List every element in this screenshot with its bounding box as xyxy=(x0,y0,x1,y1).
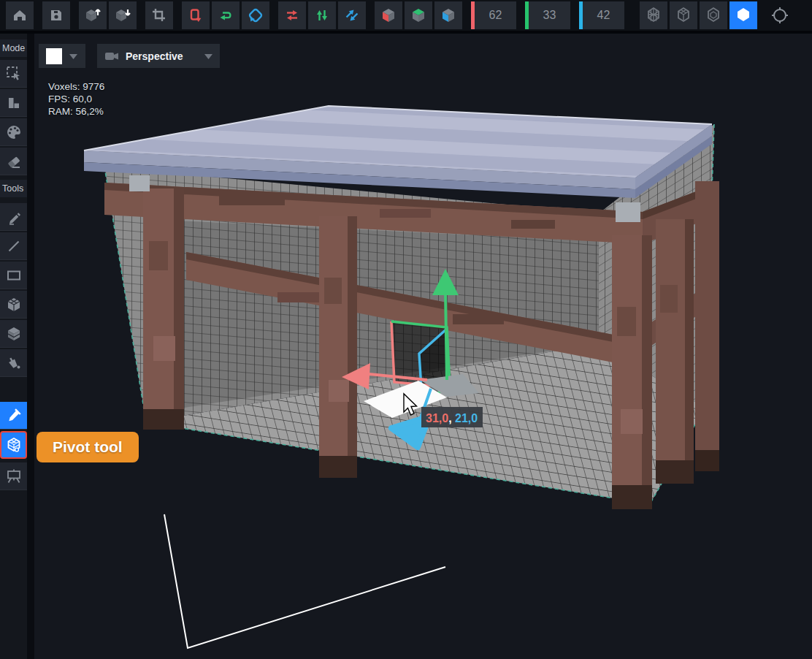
sidebar-item-eraser-mode[interactable] xyxy=(0,148,27,175)
mirror-z-button[interactable] xyxy=(434,1,462,29)
render-outline-button[interactable] xyxy=(700,1,727,29)
box-cube-icon xyxy=(5,296,23,313)
stat-voxels: Voxels: 9776 xyxy=(48,80,104,93)
sidebar-item-rectangle-tool[interactable] xyxy=(0,262,27,289)
save-button[interactable] xyxy=(42,1,70,29)
sidebar-item-pencil-tool[interactable] xyxy=(0,203,27,231)
rotate-z-button[interactable] xyxy=(242,1,269,29)
pivot-cube-icon xyxy=(5,436,23,454)
color-picker-icon xyxy=(6,408,22,424)
cube-up-icon xyxy=(84,7,102,24)
coord-x-value: 31,0 xyxy=(426,412,448,424)
cube-down-icon xyxy=(114,7,131,24)
sidebar-item-color-picker-tool[interactable] xyxy=(0,402,27,430)
flip-y-icon xyxy=(314,7,330,23)
crop-icon xyxy=(151,7,167,23)
rotate-z-icon xyxy=(248,7,264,23)
axis-guide-line xyxy=(164,514,445,648)
camera-icon xyxy=(104,50,119,62)
center-view-button[interactable] xyxy=(766,1,794,29)
mirror-y-button[interactable] xyxy=(405,1,432,29)
coord-separator: , xyxy=(448,412,455,424)
chevron-down-icon xyxy=(69,53,77,59)
crop-button[interactable] xyxy=(145,1,173,29)
size-x-value: 62 xyxy=(475,9,516,22)
line-icon xyxy=(6,238,22,254)
sidebar-item-pivot-tool[interactable] xyxy=(0,431,27,459)
sidebar-item-line-tool[interactable] xyxy=(0,232,27,260)
eraser-icon xyxy=(5,153,23,170)
stat-fps: FPS: 60,0 xyxy=(48,93,104,105)
pivot-tool-tooltip: Pivot tool xyxy=(37,432,139,462)
select-icon xyxy=(5,65,23,83)
crosshair-icon xyxy=(770,6,789,25)
face-cube-icon xyxy=(5,325,23,343)
size-z-value: 42 xyxy=(583,9,624,22)
mirror-y-cube-icon xyxy=(410,7,427,24)
render-solid-button[interactable] xyxy=(729,1,757,29)
flip-x-button[interactable] xyxy=(278,1,306,29)
render-solid-cube-icon xyxy=(735,7,752,24)
flip-y-button[interactable] xyxy=(308,1,336,29)
home-icon xyxy=(12,7,28,23)
mode-section-label: Mode xyxy=(0,39,27,57)
palette-icon xyxy=(5,123,23,141)
easel-icon xyxy=(5,468,23,485)
flip-z-icon xyxy=(344,7,360,23)
color-swatch-button[interactable] xyxy=(39,44,85,68)
top-toolbar: 62 33 42 xyxy=(0,0,812,34)
pencil-icon xyxy=(6,209,22,225)
bucket-icon xyxy=(5,354,23,372)
tools-section-label: Tools xyxy=(0,180,27,197)
rotate-x-icon xyxy=(188,7,204,23)
size-y-value: 33 xyxy=(529,9,570,22)
flip-x-icon xyxy=(284,7,300,23)
coordinate-badge: 31,0, 21,0 xyxy=(421,407,483,427)
rectangle-icon xyxy=(5,267,23,284)
leg-cap-block xyxy=(616,202,640,222)
layer-down-button[interactable] xyxy=(109,1,137,29)
viewport-3d[interactable]: 31,0, 21,0 Perspective Voxels: 9776 FPS:… xyxy=(27,34,812,659)
size-x-field[interactable]: 62 xyxy=(471,1,516,29)
sidebar-item-select-mode[interactable] xyxy=(0,60,27,88)
voxel-scene[interactable]: 31,0, 21,0 xyxy=(27,34,812,659)
mirror-x-button[interactable] xyxy=(375,1,402,29)
sidebar-item-palette-mode[interactable] xyxy=(0,118,27,146)
rotate-y-button[interactable] xyxy=(212,1,240,29)
coord-z-value: 21,0 xyxy=(455,412,478,424)
camera-mode-dropdown[interactable]: Perspective xyxy=(97,44,220,68)
leg-cap-block xyxy=(129,175,150,191)
camera-mode-label: Perspective xyxy=(126,50,183,62)
stat-ram: RAM: 56,2% xyxy=(48,105,104,118)
sidebar-item-frame-tool[interactable] xyxy=(0,462,27,490)
blocks-icon xyxy=(6,95,22,111)
rotate-x-button[interactable] xyxy=(182,1,210,29)
viewport-stats: Voxels: 9776 FPS: 60,0 RAM: 56,2% xyxy=(48,80,104,118)
svg-text:31,0, 21,0: 31,0, 21,0 xyxy=(426,412,478,424)
render-wire-button[interactable] xyxy=(670,1,697,29)
mirror-x-cube-icon xyxy=(380,7,397,24)
render-grid-cube-icon xyxy=(645,7,662,24)
save-icon xyxy=(48,7,64,23)
sidebar-item-blocks-mode[interactable] xyxy=(0,89,27,117)
rotate-y-icon xyxy=(218,7,234,23)
chevron-down-icon xyxy=(204,53,212,59)
sidebar-item-box-tool[interactable] xyxy=(0,291,27,319)
size-z-field[interactable]: 42 xyxy=(579,1,624,29)
left-sidebar: Mode Tools xyxy=(0,34,27,659)
render-outline-cube-icon xyxy=(705,7,722,24)
mirror-z-cube-icon xyxy=(440,7,457,24)
sidebar-item-face-tool[interactable] xyxy=(0,320,27,348)
render-grid-button[interactable] xyxy=(640,1,667,29)
layer-up-button[interactable] xyxy=(79,1,107,29)
current-color-swatch xyxy=(46,48,62,64)
y-axis-line xyxy=(445,294,447,380)
size-y-field[interactable]: 33 xyxy=(525,1,570,29)
home-button[interactable] xyxy=(6,1,34,29)
render-wire-cube-icon xyxy=(675,7,692,24)
flip-z-button[interactable] xyxy=(338,1,366,29)
sidebar-item-bucket-tool[interactable] xyxy=(0,349,27,377)
